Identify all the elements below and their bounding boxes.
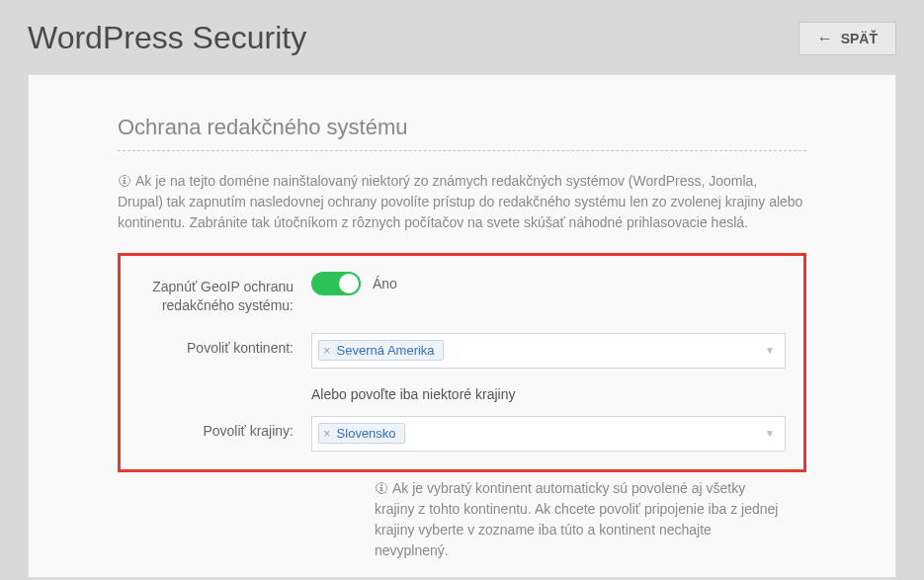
- enable-geoip-value: Áno: [373, 276, 397, 291]
- allow-continent-label: Povoliť kontinent:: [138, 333, 311, 358]
- continent-tag: × Severná Amerika: [318, 340, 444, 361]
- footer-description: 🛈Ak je vybratý kontinent automaticky sú …: [375, 478, 806, 561]
- row-allow-continent: Povoliť kontinent: × Severná Amerika ▼: [138, 333, 786, 369]
- or-countries-hint: Alebo povoľte iba niektoré krajiny: [311, 386, 515, 402]
- page-title: WordPress Security: [28, 20, 306, 56]
- back-button-label: SPÄŤ: [841, 31, 878, 46]
- row-or-hint: Alebo povoľte iba niektoré krajiny: [138, 386, 786, 402]
- info-icon: 🛈: [118, 171, 131, 192]
- section-description: 🛈Ak je na tejto doméne nainštalovaný nie…: [118, 171, 806, 233]
- row-enable-geoip: Zapnúť GeoIP ochranu redakčného systému:…: [138, 272, 786, 315]
- enable-geoip-toggle[interactable]: [311, 272, 361, 295]
- page-header: WordPress Security ← SPÄŤ: [0, 0, 924, 74]
- footer-description-text: Ak je vybratý kontinent automaticky sú p…: [375, 480, 778, 558]
- divider: [118, 150, 806, 151]
- remove-tag-icon[interactable]: ×: [323, 343, 331, 358]
- chevron-down-icon[interactable]: ▼: [765, 345, 775, 356]
- section-description-text: Ak je na tejto doméne nainštalovaný niek…: [118, 173, 802, 230]
- allow-country-label: Povoliť krajiny:: [138, 416, 311, 441]
- section-title: Ochrana redakčného systému: [118, 115, 806, 140]
- enable-geoip-label: Zapnúť GeoIP ochranu redakčného systému:: [138, 272, 311, 315]
- toggle-knob: [339, 274, 359, 293]
- row-allow-country: Povoliť krajiny: × Slovensko ▼: [138, 416, 786, 452]
- settings-panel: Ochrana redakčného systému 🛈Ak je na tej…: [28, 74, 896, 578]
- arrow-left-icon: ←: [817, 31, 833, 46]
- back-button[interactable]: ← SPÄŤ: [798, 22, 896, 55]
- country-tag-label: Slovensko: [337, 426, 396, 441]
- country-select[interactable]: × Slovensko ▼: [311, 416, 786, 452]
- info-icon: 🛈: [375, 478, 388, 499]
- highlighted-settings: Zapnúť GeoIP ochranu redakčného systému:…: [118, 253, 806, 472]
- remove-tag-icon[interactable]: ×: [323, 426, 331, 441]
- country-tag: × Slovensko: [318, 423, 405, 444]
- chevron-down-icon[interactable]: ▼: [765, 428, 775, 439]
- continent-tag-label: Severná Amerika: [337, 343, 435, 358]
- continent-select[interactable]: × Severná Amerika ▼: [311, 333, 786, 369]
